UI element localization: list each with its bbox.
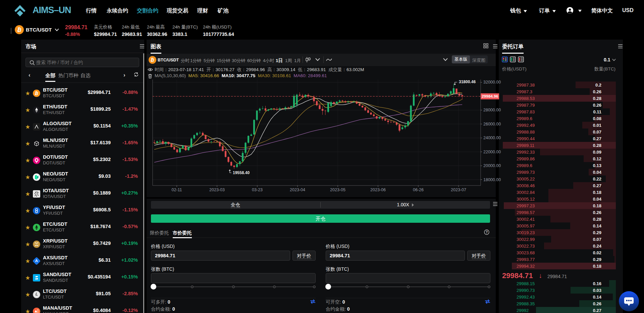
svg-text:18000.00: 18000.00 — [483, 177, 501, 182]
svg-text:28000.00: 28000.00 — [483, 108, 501, 112]
svg-text:31800.46: 31800.46 — [459, 80, 476, 84]
svg-text:?: ? — [486, 230, 488, 234]
svg-text:2023-03: 2023-03 — [209, 188, 225, 192]
svg-text:06-26: 06-26 — [413, 188, 424, 192]
svg-text:32000.00: 32000.00 — [483, 80, 501, 85]
svg-text:24000.00: 24000.00 — [483, 136, 501, 140]
svg-text:03-23: 03-23 — [252, 188, 263, 192]
svg-text:29984.96: 29984.96 — [482, 94, 498, 99]
svg-text:2023-07: 2023-07 — [451, 188, 466, 192]
svg-text:2023-06: 2023-06 — [370, 188, 386, 192]
svg-text:2023-05: 2023-05 — [330, 188, 345, 192]
svg-text:22000.00: 22000.00 — [483, 150, 501, 154]
svg-text:02-11: 02-11 — [171, 188, 182, 192]
svg-text:19558.40: 19558.40 — [233, 170, 250, 175]
svg-text:20000.00: 20000.00 — [483, 163, 501, 168]
svg-text:2023-04: 2023-04 — [290, 188, 305, 192]
svg-text:26000.00: 26000.00 — [483, 122, 501, 126]
